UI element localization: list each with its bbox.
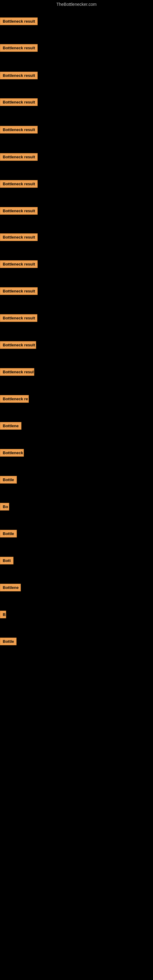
- bottleneck-badge-row-19: Bo: [0, 503, 9, 512]
- bottleneck-badge[interactable]: Bottle: [0, 476, 17, 484]
- bottleneck-badge[interactable]: Bottleneck result: [0, 233, 38, 241]
- bottleneck-badge[interactable]: Bottleneck result: [0, 153, 38, 161]
- site-title: TheBottlenecker.com: [0, 0, 153, 9]
- bottleneck-badge[interactable]: B: [0, 611, 6, 618]
- bottleneck-badge-row-10: Bottleneck result: [0, 260, 38, 269]
- bottleneck-badge[interactable]: Bottleneck result: [0, 44, 38, 52]
- bottleneck-badge[interactable]: Bottleneck result: [0, 18, 38, 25]
- bottleneck-badge-row-15: Bottleneck re: [0, 395, 29, 404]
- bottleneck-badge-row-18: Bottle: [0, 476, 17, 485]
- bottleneck-badge[interactable]: Bottleneck result: [0, 98, 38, 106]
- bottleneck-badge[interactable]: Bottleneck result: [0, 287, 38, 295]
- bottleneck-badge[interactable]: Bottle: [0, 638, 16, 645]
- bottleneck-badge-row-23: B: [0, 611, 6, 620]
- bottleneck-badge[interactable]: Bottleneck result: [0, 207, 38, 215]
- bottleneck-badge-row-20: Bottle: [0, 530, 17, 539]
- bottleneck-badge[interactable]: Bottleneck: [0, 449, 24, 457]
- bottleneck-badge[interactable]: Bottlene: [0, 584, 21, 591]
- bottleneck-badge-row-21: Bott: [0, 557, 13, 566]
- bottleneck-badge[interactable]: Bo: [0, 503, 9, 511]
- bottleneck-badge-row-1: Bottleneck result: [0, 18, 38, 26]
- bottleneck-badge-row-3: Bottleneck result: [0, 72, 38, 81]
- bottleneck-badge[interactable]: Bottleneck result: [0, 368, 34, 376]
- bottleneck-badge-row-16: Bottlene: [0, 422, 21, 431]
- bottleneck-badge[interactable]: Bottleneck result: [0, 126, 38, 134]
- bottleneck-badge[interactable]: Bottleneck re: [0, 395, 29, 403]
- bottleneck-badge[interactable]: Bottleneck result: [0, 72, 38, 79]
- bottleneck-badge-row-7: Bottleneck result: [0, 180, 38, 189]
- bottleneck-badge[interactable]: Bott: [0, 557, 13, 565]
- bottleneck-badge[interactable]: Bottlene: [0, 422, 21, 430]
- bottleneck-badge[interactable]: Bottleneck result: [0, 180, 38, 188]
- bottleneck-badge-row-13: Bottleneck result: [0, 341, 36, 350]
- bottleneck-badge-row-9: Bottleneck result: [0, 233, 38, 242]
- bottleneck-badge-row-17: Bottleneck: [0, 449, 24, 458]
- bottleneck-badge[interactable]: Bottleneck result: [0, 260, 38, 268]
- bottleneck-badge-row-4: Bottleneck result: [0, 98, 38, 107]
- bottleneck-badge[interactable]: Bottle: [0, 530, 17, 538]
- bottleneck-badge-row-8: Bottleneck result: [0, 207, 38, 216]
- bottleneck-badge[interactable]: Bottleneck result: [0, 341, 36, 349]
- bottleneck-badge-row-24: Bottle: [0, 638, 16, 646]
- bottleneck-badge-row-5: Bottleneck result: [0, 126, 38, 135]
- bottleneck-badge-row-2: Bottleneck result: [0, 44, 38, 53]
- bottleneck-badge-row-22: Bottlene: [0, 584, 21, 593]
- bottleneck-badge-row-14: Bottleneck result: [0, 368, 34, 377]
- bottleneck-badge-row-11: Bottleneck result: [0, 287, 38, 296]
- bottleneck-badge-row-6: Bottleneck result: [0, 153, 38, 162]
- bottleneck-badge[interactable]: Bottleneck result: [0, 314, 37, 322]
- bottleneck-badge-row-12: Bottleneck result: [0, 314, 37, 323]
